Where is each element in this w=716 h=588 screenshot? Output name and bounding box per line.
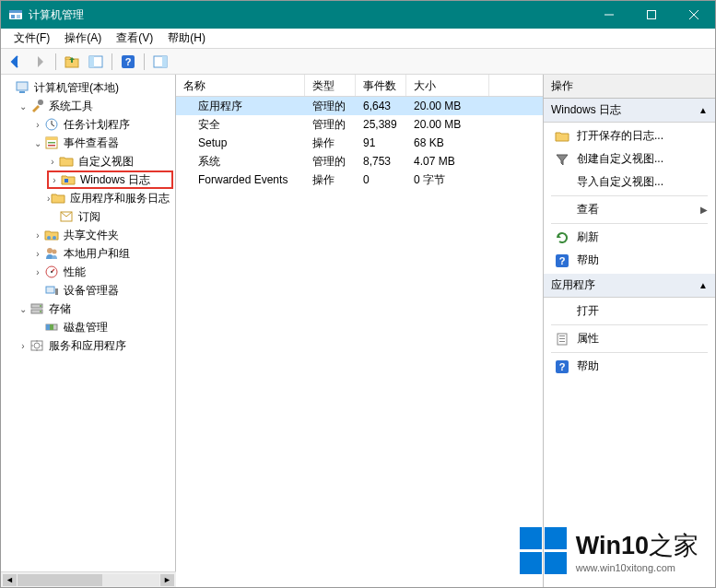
action-properties[interactable]: 属性 [544,327,715,350]
tree-label: Windows 日志 [78,171,152,189]
svg-rect-39 [50,324,53,330]
cell-size: 4.07 MB [406,153,489,170]
action-open[interactable]: 打开 [544,300,715,323]
svg-rect-16 [19,91,25,93]
menu-help[interactable]: 帮助(H) [160,29,213,48]
cell-name: 系统 [176,152,305,171]
list-row[interactable]: Forwarded Events操作00 字节 [176,171,543,189]
svg-rect-47 [559,341,565,342]
menu-action[interactable]: 操作(A) [57,29,109,48]
tree-local-users[interactable]: › 本地用户和组 [32,244,173,263]
expand-icon[interactable]: › [47,157,58,167]
cell-size: 68 KB [406,135,489,151]
expand-icon[interactable]: › [32,120,43,130]
list-row[interactable]: Setup操作9168 KB [176,134,543,152]
folder-icon [59,154,74,169]
up-button[interactable] [61,52,83,72]
action-pane-header: 操作 [544,75,715,99]
performance-icon [44,265,59,279]
menu-file[interactable]: 文件(F) [6,29,57,48]
menu-view[interactable]: 查看(V) [109,29,160,48]
column-name[interactable]: 名称 [176,75,305,96]
cell-count: 25,389 [356,116,406,133]
back-button[interactable] [5,52,27,72]
svg-rect-10 [89,56,94,67]
expand-icon[interactable]: › [32,267,43,277]
tree-task-scheduler[interactable]: › 任务计划程序 [32,115,173,134]
tree-custom-views[interactable]: › 自定义视图 [47,152,173,171]
close-button[interactable] [673,1,715,29]
action-refresh[interactable]: 刷新 [544,226,715,249]
list-row[interactable]: 系统管理的8,7534.07 MB [176,152,543,171]
minimize-button[interactable] [588,1,630,29]
help-icon: ? [555,253,569,268]
scroll-thumb[interactable] [18,574,102,586]
action-open-saved-log[interactable]: 打开保存的日志... [544,124,715,147]
tree-subscriptions[interactable]: 订阅 [47,207,173,226]
expand-icon[interactable]: › [49,175,60,185]
cell-type: 操作 [305,134,356,153]
show-hide-action-button[interactable] [149,52,171,72]
scroll-right-icon[interactable]: ► [160,574,174,586]
tree-app-service-logs[interactable]: › 应用程序和服务日志 [47,189,173,207]
tree-label: 服务和应用程序 [47,337,128,355]
action-help[interactable]: ? 帮助 [544,249,715,272]
tree-pane[interactable]: 计算机管理(本地) ⌄ 系统工具 › 任务计划程序 [1,75,176,587]
tree-device-manager[interactable]: 设备管理器 [32,281,173,300]
collapse-icon[interactable]: ⌄ [32,138,43,148]
expand-icon[interactable]: › [32,230,43,241]
list-body[interactable]: 应用程序管理的6,64320.00 MB安全管理的25,38920.00 MBS… [176,97,543,587]
collapse-icon[interactable]: ▲ [698,105,708,115]
column-type[interactable]: 类型 [305,75,356,96]
action-import-custom-view[interactable]: 导入自定义视图... [544,171,715,194]
title-bar: 计算机管理 [1,1,715,29]
svg-rect-45 [559,335,565,336]
list-row[interactable]: 安全管理的25,38920.00 MB [176,115,543,134]
collapse-icon[interactable]: ⌄ [18,101,29,112]
watermark-brand: Win10之家 [576,529,698,562]
blank-icon [555,175,569,190]
help-button[interactable]: ? [117,52,139,72]
cell-name: 安全 [176,115,305,135]
collapse-icon[interactable]: ⌄ [18,304,29,314]
action-label: 帮助 [577,253,599,268]
action-create-custom-view[interactable]: 创建自定义视图... [544,147,715,171]
tree-root[interactable]: 计算机管理(本地) [3,78,173,97]
folder-up-icon [65,54,79,69]
tree-windows-logs[interactable]: › Windows 日志 [47,171,173,189]
tree-hscrollbar[interactable]: ◄ ► [1,571,176,587]
tree-performance[interactable]: › 性能 [32,263,173,281]
action-help2[interactable]: ? 帮助 [544,355,715,378]
scroll-left-icon[interactable]: ◄ [3,574,17,586]
show-hide-tree-button[interactable] [85,52,107,72]
tree-disk-management[interactable]: 磁盘管理 [32,318,173,336]
users-icon [44,246,59,261]
subscription-icon [59,209,74,224]
expand-icon[interactable]: › [47,194,50,204]
svg-text:?: ? [559,361,566,372]
expand-icon[interactable]: › [32,249,43,259]
tree-services-apps[interactable]: › 服务和应用程序 [18,336,173,355]
menu-bar: 文件(F) 操作(A) 查看(V) 帮助(H) [1,29,715,49]
list-row[interactable]: 应用程序管理的6,64320.00 MB [176,97,543,115]
action-section-windows-logs[interactable]: Windows 日志 ▲ [544,99,715,123]
tree-event-viewer[interactable]: ⌄ 事件查看器 [32,134,173,152]
action-label: 创建自定义视图... [577,151,663,167]
scroll-track[interactable] [18,574,159,586]
close-icon [689,10,698,19]
svg-point-36 [40,311,41,312]
action-view[interactable]: 查看 ▶ [544,198,715,221]
column-size[interactable]: 大小 [406,75,489,96]
tree-system-tools[interactable]: ⌄ 系统工具 [18,97,173,115]
forward-button[interactable] [29,52,51,72]
tree-storage[interactable]: ⌄ 存储 [18,300,173,318]
device-icon [44,283,59,298]
svg-rect-22 [48,145,55,147]
svg-point-25 [47,236,51,240]
column-count[interactable]: 事件数 [356,75,406,96]
maximize-button[interactable] [630,1,673,29]
tree-shared-folders[interactable]: › 共享文件夹 [32,226,173,244]
expand-icon[interactable]: › [18,341,29,351]
collapse-icon[interactable]: ▲ [698,280,708,290]
action-section-application[interactable]: 应用程序 ▲ [544,274,715,298]
